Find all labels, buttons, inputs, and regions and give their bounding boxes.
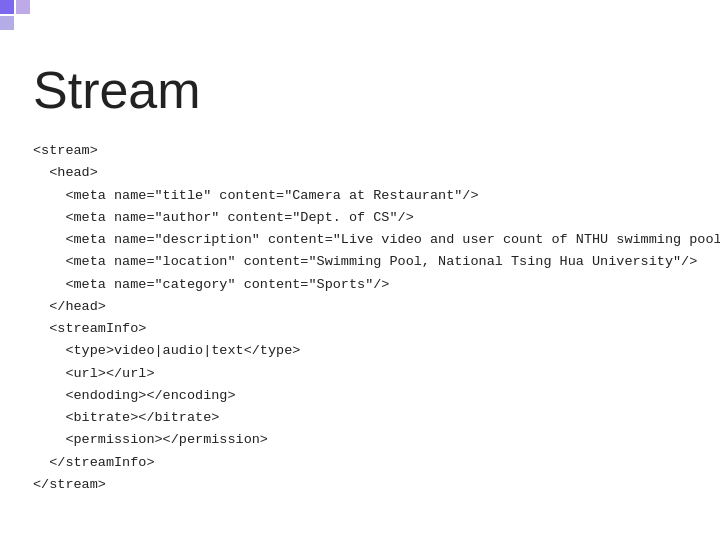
code-line: </stream> [33, 474, 700, 496]
code-line: </head> [33, 296, 700, 318]
code-line: <bitrate></bitrate> [33, 407, 700, 429]
code-line: <endoding></encoding> [33, 385, 700, 407]
code-line: <meta name="location" content="Swimming … [33, 251, 700, 273]
code-line: <permission></permission> [33, 429, 700, 451]
code-content: <stream> <head> <meta name="title" conte… [33, 140, 700, 496]
code-line: <head> [33, 162, 700, 184]
code-line: <meta name="description" content="Live v… [33, 229, 700, 251]
code-line: <stream> [33, 140, 700, 162]
code-line: <meta name="title" content="Camera at Re… [33, 185, 700, 207]
code-line: <streamInfo> [33, 318, 700, 340]
page-title: Stream [33, 60, 201, 120]
code-line: </streamInfo> [33, 452, 700, 474]
code-line: <meta name="author" content="Dept. of CS… [33, 207, 700, 229]
code-line: <type>video|audio|text</type> [33, 340, 700, 362]
code-line: <meta name="category" content="Sports"/> [33, 274, 700, 296]
code-line: <url></url> [33, 363, 700, 385]
corner-decoration-secondary [0, 16, 14, 30]
